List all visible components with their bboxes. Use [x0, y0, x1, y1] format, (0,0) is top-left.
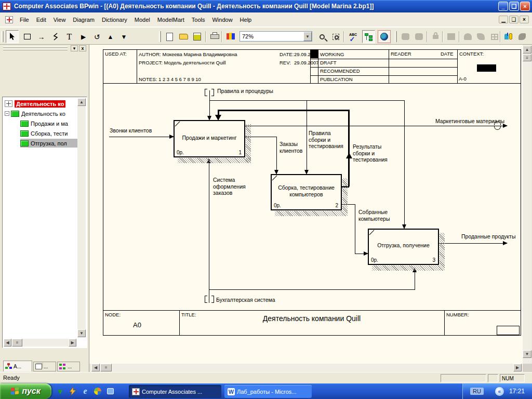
panel-grip[interactable]: [3, 46, 68, 48]
new-file-icon[interactable]: [163, 30, 176, 43]
panel-grip[interactable]: [3, 49, 68, 50]
collapse-icon[interactable]: −: [5, 111, 9, 116]
print-icon[interactable]: [208, 30, 221, 43]
tree-item-a0[interactable]: − Деятельность ко: [5, 109, 65, 118]
tree-hscrollbar[interactable]: ◀ ≡ ▶: [4, 339, 76, 347]
arrow-label-calls[interactable]: Звонки клиентов: [110, 127, 152, 134]
scroll-thumb[interactable]: ≡: [523, 54, 531, 61]
arrow-rules-top[interactable]: [209, 90, 210, 117]
menu-view[interactable]: View: [50, 15, 70, 24]
arrow-marketing[interactable]: [245, 126, 507, 126]
taskbar-task-word[interactable]: W Лаб_работы - Micros...: [224, 385, 312, 398]
scroll-right-icon[interactable]: ▶: [513, 364, 522, 371]
quicklaunch-media-player-icon[interactable]: [92, 386, 103, 396]
scroll-right-icon[interactable]: ▶: [69, 339, 76, 347]
close-button[interactable]: ×: [520, 2, 530, 11]
scroll-thumb[interactable]: ≡: [12, 339, 22, 347]
mdi-minimize-button[interactable]: ▁: [499, 16, 508, 23]
save-icon[interactable]: [191, 30, 204, 43]
menu-modelmart[interactable]: ModelMart: [154, 15, 188, 24]
arrow-order-system[interactable]: [209, 159, 209, 290]
zoom-in-icon[interactable]: [315, 30, 328, 43]
up-level-tool-icon[interactable]: ▲: [104, 30, 117, 43]
pointer-tool-icon[interactable]: [6, 30, 19, 43]
tree-item-label[interactable]: Сборка, тести: [31, 130, 68, 137]
tree-item-shipping[interactable]: Отгрузка, пол: [20, 139, 77, 148]
zoom-area-icon[interactable]: [329, 30, 342, 43]
user-key-icon[interactable]: [502, 30, 515, 43]
arrow-results[interactable]: [348, 110, 350, 187]
go-to-child-tool-icon[interactable]: ▶: [77, 30, 90, 43]
scroll-down-icon[interactable]: ▼: [77, 329, 86, 337]
scroll-left-icon[interactable]: ◀: [4, 339, 11, 347]
toolbar-grip[interactable]: [2, 31, 4, 42]
globe-icon[interactable]: [378, 30, 391, 43]
arrow-accounting[interactable]: [209, 289, 415, 290]
squiggle-tool-icon[interactable]: [49, 30, 62, 43]
arrow-calls[interactable]: [109, 137, 174, 137]
scroll-down-icon[interactable]: ▼: [523, 350, 531, 358]
start-button[interactable]: пуск: [0, 383, 51, 399]
minimize-button[interactable]: _: [498, 2, 508, 11]
zoom-dropdown-icon[interactable]: ▼: [303, 32, 312, 41]
tab-objects[interactable]: ...: [57, 362, 80, 371]
text-tool-icon[interactable]: T: [63, 30, 76, 43]
menu-dictionary[interactable]: Dictionary: [98, 15, 131, 24]
menu-file[interactable]: File: [16, 15, 33, 24]
activity-box-1[interactable]: Продажи и маркетинг 0р. 1: [174, 120, 245, 157]
menu-tools[interactable]: Tools: [188, 15, 209, 24]
panel-close-icon[interactable]: x: [79, 45, 86, 51]
taskbar-task-bpwin[interactable]: Computer Associates ...: [129, 385, 221, 398]
hide-icons-icon[interactable]: «: [495, 387, 504, 396]
menu-window[interactable]: Window: [208, 15, 236, 24]
tree-vscrollbar[interactable]: ▲ ▼: [77, 98, 86, 337]
panel-dropdown-icon[interactable]: ▾: [71, 45, 78, 51]
wrench-icon[interactable]: [515, 30, 528, 43]
toolbar-grip[interactable]: [159, 31, 161, 42]
restore-button[interactable]: ❑: [509, 2, 519, 11]
diagram-hscrollbar[interactable]: ◀ ≡ ▶: [90, 364, 523, 372]
quicklaunch-winamp-icon[interactable]: [68, 386, 78, 396]
spell-check-icon[interactable]: ABC ✓: [347, 30, 360, 43]
diagram-vscrollbar[interactable]: ▲ ≡ ▼: [523, 46, 531, 364]
quicklaunch-show-desktop-icon[interactable]: ▼: [55, 386, 65, 396]
model-explorer-icon[interactable]: [362, 30, 375, 43]
menu-edit[interactable]: Edit: [33, 15, 50, 24]
tree-item-label[interactable]: Отгрузка, пол: [31, 140, 67, 147]
arrow-label-sold[interactable]: Проданные продукты: [461, 233, 515, 240]
quicklaunch-outlook-icon[interactable]: [105, 386, 115, 396]
tree-item-sales[interactable]: Продажи и ма: [20, 119, 68, 128]
scroll-up-icon[interactable]: ▲: [523, 46, 531, 54]
tree-item-label[interactable]: Деятельность ко: [21, 111, 65, 117]
down-level-tool-icon[interactable]: ▼: [117, 30, 130, 43]
activity-box-tool-icon[interactable]: [21, 30, 34, 43]
arrow-tool-icon[interactable]: →: [35, 30, 48, 43]
arrow-label-accounting[interactable]: Бухгалтерская система: [216, 297, 275, 303]
scroll-thumb[interactable]: ≡: [100, 364, 112, 371]
arrow-label-rules-top[interactable]: Правила и процедуры: [217, 88, 273, 95]
open-folder-icon[interactable]: [177, 30, 190, 43]
color-palette-icon[interactable]: [224, 30, 237, 43]
arrow-label-assembly-rules[interactable]: Правила сборки и тестирования: [309, 130, 348, 150]
toolbar-grip[interactable]: [395, 31, 397, 42]
arrow-label-assembled[interactable]: Собранные компьютеры: [358, 209, 401, 222]
tab-diagrams[interactable]: ...: [33, 362, 56, 371]
tab-activities[interactable]: A...: [3, 361, 32, 371]
arrow-sold[interactable]: [439, 243, 507, 244]
tree-item-label[interactable]: Деятельность ко: [15, 100, 65, 108]
scroll-up-icon[interactable]: ▲: [77, 98, 86, 106]
arrow-label-orders[interactable]: Заказы клиентов: [280, 141, 312, 154]
tree-item-label[interactable]: Продажи и ма: [31, 121, 68, 127]
zoom-combobox[interactable]: 72% ▼: [240, 31, 312, 42]
arrow-results[interactable]: [219, 110, 350, 111]
arrow-label-assembly-results[interactable]: Результаты сборки и тестирования: [353, 143, 394, 163]
mdi-restore-button[interactable]: ❑: [509, 16, 518, 23]
arrow-accounting[interactable]: [209, 289, 209, 303]
menu-model[interactable]: Model: [131, 15, 154, 24]
arrow-label-marketing[interactable]: Маркетинговые материалы: [435, 118, 504, 125]
mdi-close-button[interactable]: ×: [520, 16, 529, 23]
tree-item-assembly[interactable]: Сборка, тести: [20, 129, 68, 138]
arrow-label-order-system[interactable]: Система оформления заказов: [213, 177, 252, 196]
menu-help[interactable]: Help: [236, 15, 256, 24]
rotate-tool-icon[interactable]: ↺: [90, 30, 103, 43]
